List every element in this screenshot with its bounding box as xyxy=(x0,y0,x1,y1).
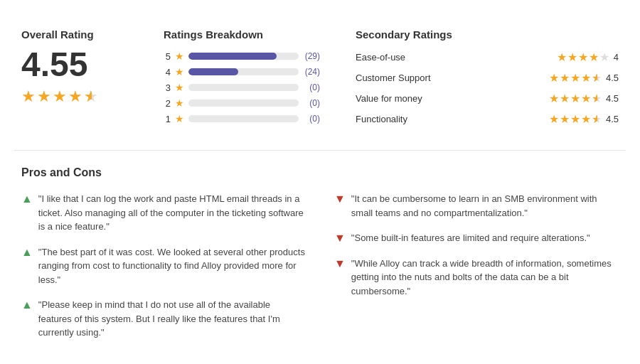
bar-label-4: 4 xyxy=(164,67,171,77)
star-3: ★ xyxy=(53,87,67,106)
down-arrow-icon-3: ▼ xyxy=(334,257,346,270)
bar-row-4: 4 ★ (24) xyxy=(164,66,320,77)
secondary-stars-functionality: ★ ★ ★ ★ ★★ 4.5 xyxy=(549,112,619,126)
bar-row-5: 5 ★ (29) xyxy=(164,50,320,62)
bar-star-4: ★ xyxy=(175,66,184,77)
overall-score: 4.55 xyxy=(21,48,135,82)
secondary-label-functionality: Functionality xyxy=(356,114,441,124)
secondary-row-ease: Ease-of-use ★ ★ ★ ★ ★ 4 xyxy=(356,50,619,64)
bar-count-3: (0) xyxy=(303,82,320,92)
pro-text-3: "Please keep in mind that I do not use a… xyxy=(38,298,306,340)
secondary-ratings-title: Secondary Ratings xyxy=(356,28,619,41)
pro-item-1: ▲ "I like that I can log the work and pa… xyxy=(21,192,306,234)
star-4: ★ xyxy=(68,87,82,106)
bar-star-3: ★ xyxy=(175,82,184,93)
bar-track-3 xyxy=(188,84,299,91)
secondary-row-support: Customer Support ★ ★ ★ ★ ★★ 4.5 xyxy=(356,71,619,85)
cons-column: ▼ "It can be cumbersome to learn in an S… xyxy=(334,192,619,351)
bar-track-5 xyxy=(188,53,299,60)
overall-rating-title: Overall Rating xyxy=(21,28,135,41)
up-arrow-icon-2: ▲ xyxy=(21,246,33,259)
star-5: ★ ★ xyxy=(84,87,98,106)
bar-label-5: 5 xyxy=(164,51,171,62)
secondary-row-functionality: Functionality ★ ★ ★ ★ ★★ 4.5 xyxy=(356,112,619,126)
pros-cons-title: Pros and Cons xyxy=(21,166,619,179)
bar-row-2: 2 ★ (0) xyxy=(164,97,320,109)
bar-label-2: 2 xyxy=(164,98,171,109)
con-text-2: "Some built-in features are limited and … xyxy=(351,231,590,245)
secondary-stars-support: ★ ★ ★ ★ ★★ 4.5 xyxy=(549,71,619,85)
bar-count-5: (29) xyxy=(303,51,320,61)
bar-row-3: 3 ★ (0) xyxy=(164,82,320,93)
bar-star-2: ★ xyxy=(175,97,184,109)
bar-fill-4 xyxy=(188,68,238,75)
secondary-label-ease: Ease-of-use xyxy=(356,52,441,63)
bar-star-1: ★ xyxy=(175,113,184,124)
up-arrow-icon: ▲ xyxy=(21,193,33,205)
pros-column: ▲ "I like that I can log the work and pa… xyxy=(21,192,306,351)
con-item-1: ▼ "It can be cumbersome to learn in an S… xyxy=(334,192,619,220)
bar-count-1: (0) xyxy=(303,114,320,124)
up-arrow-icon-3: ▲ xyxy=(21,299,33,311)
bar-fill-5 xyxy=(188,53,277,60)
pros-cons-section: Pros and Cons ▲ "I like that I can log t… xyxy=(14,151,626,364)
overall-stars: ★ ★ ★ ★ ★ ★ xyxy=(21,87,135,106)
con-text-1: "It can be cumbersome to learn in an SMB… xyxy=(351,192,619,220)
con-text-3: "While Alloy can track a wide breadth of… xyxy=(351,257,619,299)
down-arrow-icon-2: ▼ xyxy=(334,232,346,245)
down-arrow-icon-1: ▼ xyxy=(334,193,346,205)
overall-rating-section: Overall Rating 4.55 ★ ★ ★ ★ ★ ★ xyxy=(21,28,149,133)
con-item-3: ▼ "While Alloy can track a wide breadth … xyxy=(334,257,619,299)
bar-row-1: 1 ★ (0) xyxy=(164,113,320,124)
star-2: ★ xyxy=(37,87,51,106)
bar-label-1: 1 xyxy=(164,114,171,124)
pro-text-1: "I like that I can log the work and past… xyxy=(38,192,306,234)
pros-cons-columns: ▲ "I like that I can log the work and pa… xyxy=(21,192,619,351)
secondary-row-value: Value for money ★ ★ ★ ★ ★★ 4.5 xyxy=(356,92,619,105)
secondary-label-support: Customer Support xyxy=(356,73,441,83)
bar-track-1 xyxy=(188,115,299,122)
secondary-label-value: Value for money xyxy=(356,93,441,104)
pro-item-2: ▲ "The best part of it was cost. We look… xyxy=(21,245,306,287)
secondary-score-functionality: 4.5 xyxy=(606,114,619,124)
con-item-2: ▼ "Some built-in features are limited an… xyxy=(334,231,619,245)
secondary-score-value: 4.5 xyxy=(606,93,619,104)
secondary-stars-ease: ★ ★ ★ ★ ★ 4 xyxy=(557,50,619,64)
pro-item-3: ▲ "Please keep in mind that I do not use… xyxy=(21,298,306,340)
bar-label-3: 3 xyxy=(164,82,171,93)
secondary-score-ease: 4 xyxy=(614,52,619,63)
pro-text-2: "The best part of it was cost. We looked… xyxy=(38,245,306,287)
bar-star-5: ★ xyxy=(175,50,184,62)
bar-track-2 xyxy=(188,100,299,107)
breakdown-title: Ratings Breakdown xyxy=(164,28,320,41)
ratings-breakdown-section: Ratings Breakdown 5 ★ (29) 4 ★ (24) 3 ★ xyxy=(149,28,334,133)
secondary-stars-value: ★ ★ ★ ★ ★★ 4.5 xyxy=(549,92,619,105)
star-1: ★ xyxy=(21,87,36,106)
secondary-score-support: 4.5 xyxy=(606,73,619,83)
bar-count-4: (24) xyxy=(303,67,320,77)
bar-track-4 xyxy=(188,68,299,75)
secondary-ratings-section: Secondary Ratings Ease-of-use ★ ★ ★ ★ ★ … xyxy=(334,28,619,133)
bar-count-2: (0) xyxy=(303,98,320,108)
